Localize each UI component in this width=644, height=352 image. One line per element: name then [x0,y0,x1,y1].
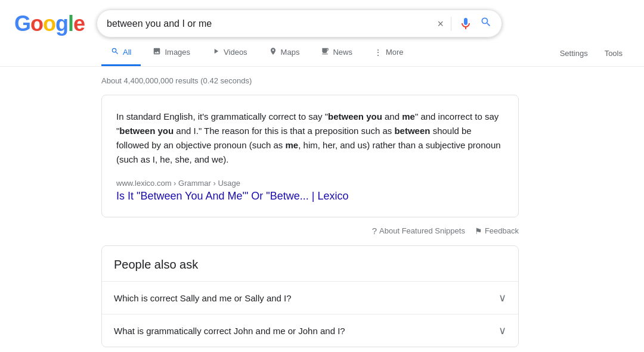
more-icon: ⋮ [374,48,382,57]
about-featured-snippets[interactable]: ? About Featured Snippets [372,226,465,236]
nav-right: Settings Tools [553,42,630,65]
people-also-ask: People also ask Which is correct Sally a… [101,245,519,347]
clear-icon[interactable]: × [438,18,444,29]
tools-link[interactable]: Tools [597,42,630,65]
search-button-icon[interactable] [480,16,492,31]
featured-snippet: In standard English, it's grammatically … [101,95,519,217]
search-bar-wrapper: × [97,10,502,38]
search-bar-icons: × [438,16,493,31]
header: Google × [0,0,644,38]
videos-icon [212,47,220,57]
snippet-link[interactable]: Is It "Between You And Me'" Or "Betwe...… [116,190,349,202]
tab-images[interactable]: Images [143,40,200,66]
all-icon [111,47,119,57]
tab-news[interactable]: News [311,40,362,66]
snippet-footer: ? About Featured Snippets ⚑ Feedback [101,222,519,236]
news-icon [321,47,329,57]
settings-link[interactable]: Settings [553,42,595,65]
results-area: About 4,400,000,000 results (0.42 second… [0,67,644,352]
search-bar: × [97,10,502,38]
tab-more[interactable]: ⋮ More [364,41,413,66]
search-input[interactable] [107,18,431,29]
mic-icon[interactable] [459,17,473,31]
snippet-source: www.lexico.com › Grammar › Usage [116,179,504,188]
images-icon [153,47,161,57]
tab-all[interactable]: All [101,40,141,66]
tab-maps[interactable]: Maps [259,40,309,66]
paa-item-1[interactable]: What is grammatically correct John and m… [102,314,518,347]
chevron-down-icon: ∨ [499,291,506,304]
tab-videos[interactable]: Videos [202,40,257,66]
maps-icon [269,47,277,57]
paa-title: People also ask [102,246,518,281]
paa-item-0[interactable]: Which is correct Sally and me or Sally a… [102,281,518,314]
question-icon: ? [372,226,377,236]
nav-tabs: All Images Videos Maps News ⋮ More Setti… [0,40,644,67]
google-logo[interactable]: Google [14,11,85,36]
chevron-down-icon: ∨ [499,324,506,337]
feedback-button[interactable]: ⚑ Feedback [475,226,519,236]
snippet-text: In standard English, it's grammatically … [116,110,504,167]
flag-icon: ⚑ [475,226,482,236]
results-count: About 4,400,000,000 results (0.42 second… [101,76,630,85]
search-divider [451,17,451,31]
